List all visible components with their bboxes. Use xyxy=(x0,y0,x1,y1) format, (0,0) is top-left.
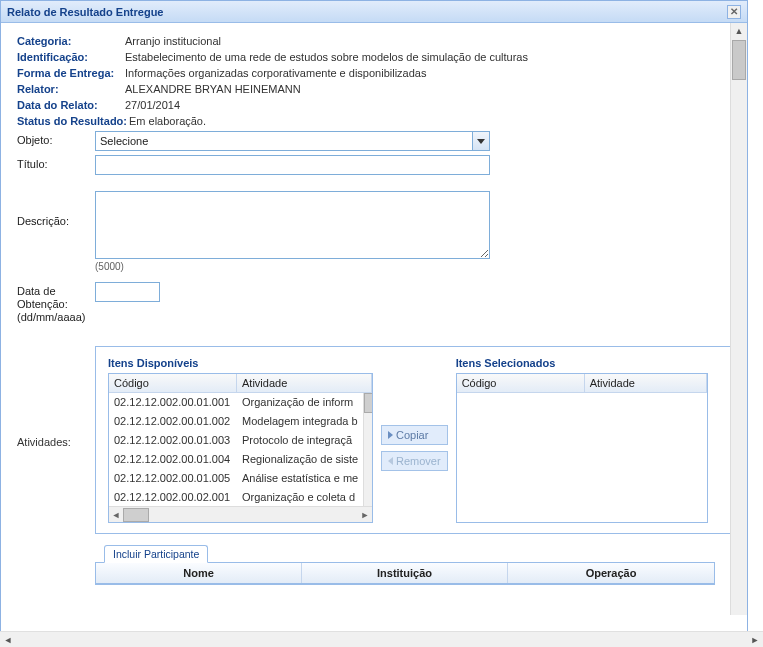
arrow-right-icon xyxy=(388,431,393,439)
scrollbar-thumb[interactable] xyxy=(364,393,372,413)
identificacao-label: Identificação: xyxy=(17,51,125,63)
col-atividade[interactable]: Atividade xyxy=(237,374,372,392)
col-operacao[interactable]: Operação xyxy=(508,563,714,583)
cell-atividade: Organização de inform xyxy=(237,393,363,412)
remover-button[interactable]: Remover xyxy=(381,451,448,471)
cell-codigo: 02.12.12.002.00.01.002 xyxy=(109,412,237,431)
cell-atividade: Protocolo de integraçã xyxy=(237,431,363,450)
row-forma: Forma de Entrega: Informações organizada… xyxy=(17,67,731,79)
status-label: Status do Resultado: xyxy=(17,115,129,127)
data-obtencao-label: Data de Obtenção: (dd/mm/aaaa) xyxy=(17,282,95,324)
cell-atividade: Análise estatística e me xyxy=(237,469,363,488)
row-descricao: Descrição: xyxy=(17,191,731,259)
objeto-label: Objeto: xyxy=(17,131,95,146)
selected-grid-body xyxy=(457,393,707,522)
lists-wrap: Itens Disponíveis Código Atividade 02.12… xyxy=(95,346,731,534)
cell-codigo: 02.12.12.002.00.02.001 xyxy=(109,488,237,506)
available-panel: Itens Disponíveis Código Atividade 02.12… xyxy=(108,357,373,523)
objeto-select[interactable]: Selecione xyxy=(95,131,490,151)
content-area: Categoria: Arranjo institucional Identif… xyxy=(1,23,747,615)
atividades-label: Atividades: xyxy=(17,346,95,534)
h-scrollbar-thumb[interactable] xyxy=(123,508,149,522)
cell-atividade: Organização e coleta d xyxy=(237,488,363,506)
cell-codigo: 02.12.12.002.00.01.004 xyxy=(109,450,237,469)
col-codigo-sel[interactable]: Código xyxy=(457,374,585,392)
descricao-textarea[interactable] xyxy=(95,191,490,259)
forma-value: Informações organizadas corporativamente… xyxy=(125,67,426,79)
selected-grid-header: Código Atividade xyxy=(457,374,707,393)
available-title: Itens Disponíveis xyxy=(108,357,373,369)
forma-label: Forma de Entrega: xyxy=(17,67,125,79)
table-row[interactable]: 02.12.12.002.00.01.004Regionalização de … xyxy=(109,450,363,469)
relator-label: Relator: xyxy=(17,83,125,95)
dialog-window: Relato de Resultado Entregue ✕ Categoria… xyxy=(0,0,748,632)
row-titulo: Título: xyxy=(17,155,731,175)
data-obt-l1: Data de xyxy=(17,285,56,297)
remover-label: Remover xyxy=(396,455,441,467)
row-categoria: Categoria: Arranjo institucional xyxy=(17,35,731,47)
row-data-obtencao: Data de Obtenção: (dd/mm/aaaa) xyxy=(17,282,731,324)
horizontal-scrollbar[interactable]: ◄ ► xyxy=(109,506,372,522)
cell-codigo: 02.12.12.002.00.01.001 xyxy=(109,393,237,412)
col-nome[interactable]: Nome xyxy=(96,563,302,583)
row-status: Status do Resultado: Em elaboração. xyxy=(17,115,731,127)
incluir-participante-tab[interactable]: Incluir Participante xyxy=(104,545,208,563)
descricao-label: Descrição: xyxy=(17,191,95,227)
cell-atividade: Regionalização de siste xyxy=(237,450,363,469)
close-icon[interactable]: ✕ xyxy=(727,5,741,19)
col-instituicao[interactable]: Instituição xyxy=(302,563,508,583)
transfer-buttons: Copiar Remover xyxy=(381,357,448,471)
scroll-right-icon[interactable]: ► xyxy=(358,508,372,522)
status-value: Em elaboração. xyxy=(129,115,206,127)
available-grid-header: Código Atividade xyxy=(109,374,372,393)
table-row[interactable]: 02.12.12.002.00.02.001Organização e cole… xyxy=(109,488,363,506)
available-rows: 02.12.12.002.00.01.001Organização de inf… xyxy=(109,393,363,506)
titulo-input[interactable] xyxy=(95,155,490,175)
data-label: Data do Relato: xyxy=(17,99,125,111)
copiar-button[interactable]: Copiar xyxy=(381,425,448,445)
available-grid: Código Atividade 02.12.12.002.00.01.001O… xyxy=(108,373,373,523)
col-atividade-sel[interactable]: Atividade xyxy=(585,374,707,392)
relator-value: ALEXANDRE BRYAN HEINEMANN xyxy=(125,83,301,95)
data-obtencao-input[interactable] xyxy=(95,282,160,302)
table-row[interactable]: 02.12.12.002.00.01.005Análise estatístic… xyxy=(109,469,363,488)
categoria-label: Categoria: xyxy=(17,35,125,47)
selected-title: Itens Selecionados xyxy=(456,357,708,369)
selected-panel: Itens Selecionados Código Atividade xyxy=(456,357,708,523)
outer-horizontal-scrollbar[interactable]: ◄ ► xyxy=(0,631,763,647)
chevron-down-icon[interactable] xyxy=(472,132,489,150)
window-vertical-scrollbar[interactable]: ▲ xyxy=(730,23,747,615)
arrow-left-icon xyxy=(388,457,393,465)
table-row[interactable]: 02.12.12.002.00.01.003Protocolo de integ… xyxy=(109,431,363,450)
outer-scroll-right-icon[interactable]: ► xyxy=(747,633,763,647)
window-title: Relato de Resultado Entregue xyxy=(7,1,163,23)
vertical-scrollbar[interactable] xyxy=(363,393,372,506)
objeto-value: Selecione xyxy=(96,132,472,150)
categoria-value: Arranjo institucional xyxy=(125,35,221,47)
char-count: (5000) xyxy=(95,261,731,272)
data-obt-l2: Obtenção: xyxy=(17,298,68,310)
copiar-label: Copiar xyxy=(396,429,428,441)
row-objeto: Objeto: Selecione xyxy=(17,131,731,151)
activities-block: Atividades: Itens Disponíveis Código Ati… xyxy=(17,346,731,534)
selected-rows xyxy=(457,393,707,522)
participants-header: Nome Instituição Operação xyxy=(96,563,714,584)
outer-scroll-left-icon[interactable]: ◄ xyxy=(0,633,16,647)
row-relator: Relator: ALEXANDRE BRYAN HEINEMANN xyxy=(17,83,731,95)
table-row[interactable]: 02.12.12.002.00.01.001Organização de inf… xyxy=(109,393,363,412)
selected-grid: Código Atividade xyxy=(456,373,708,523)
participants-panel: Incluir Participante Nome Instituição Op… xyxy=(95,562,715,585)
titlebar: Relato de Resultado Entregue ✕ xyxy=(1,1,747,23)
cell-codigo: 02.12.12.002.00.01.003 xyxy=(109,431,237,450)
cell-atividade: Modelagem integrada b xyxy=(237,412,363,431)
scroll-up-icon[interactable]: ▲ xyxy=(731,23,747,39)
data-obt-l3: (dd/mm/aaaa) xyxy=(17,311,85,323)
scroll-left-icon[interactable]: ◄ xyxy=(109,508,123,522)
table-row[interactable]: 02.12.12.002.00.01.002Modelagem integrad… xyxy=(109,412,363,431)
col-codigo[interactable]: Código xyxy=(109,374,237,392)
titulo-label: Título: xyxy=(17,155,95,170)
window-vscroll-thumb[interactable] xyxy=(732,40,746,80)
identificacao-value: Estabelecimento de uma rede de estudos s… xyxy=(125,51,528,63)
cell-codigo: 02.12.12.002.00.01.005 xyxy=(109,469,237,488)
data-value: 27/01/2014 xyxy=(125,99,180,111)
